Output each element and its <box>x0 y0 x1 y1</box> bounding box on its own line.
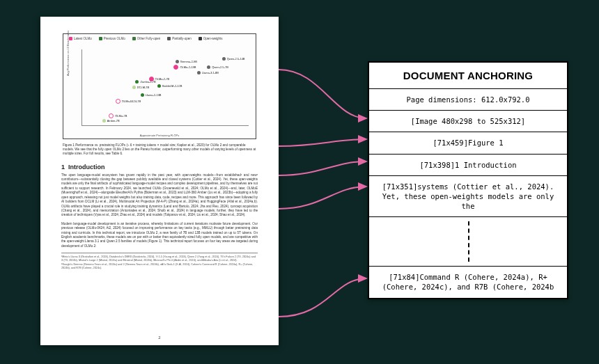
section-number: 1 <box>61 164 65 171</box>
chart-point: Gemma-2-9B <box>176 60 197 63</box>
section-title: Introduction <box>68 164 105 171</box>
figure-chart: Latest OLMo Previous OLMo Other Fully-op… <box>63 33 256 139</box>
y-axis-label: Avg Performance on 10 Benchmarks <box>66 31 70 76</box>
legend-item: Partially-open <box>167 37 192 40</box>
chart-point: Llama-2-13B <box>141 93 162 97</box>
legend-item: Previous OLMo <box>99 37 125 40</box>
footnote: ²Google's Gemma (Gemma Team et al., 2024… <box>61 263 258 270</box>
footnotes: ¹Meta's Llama 3 (Grattafiori et al., 202… <box>61 253 258 270</box>
legend-item: Latest OLMo <box>69 37 92 40</box>
x-axis-label: Approximate Pretraining FLOPs <box>63 134 256 137</box>
legend-item: Open-weights <box>199 37 223 40</box>
footnote: ¹Meta's Llama 3 (Grattafiori et al., 202… <box>61 255 258 262</box>
figure-caption: Figure 1 Performance vs. pretraining FLO… <box>63 143 256 157</box>
chart-point: Qwen-2.5-14B <box>222 57 245 61</box>
chart-point: Amber-7B <box>102 119 120 122</box>
anchor-row: Page dimensions: 612.0x792.0 <box>369 89 567 111</box>
page-number: 2 <box>40 335 279 340</box>
anchor-row: [Image 480x298 to 525x312] <box>369 111 567 132</box>
anchor-ellipsis <box>369 217 567 267</box>
legend-item: Other Fully-open <box>132 37 161 40</box>
chart-point: StableLM-2-12B <box>157 84 182 88</box>
chart-point: DCLM-7B <box>132 86 150 89</box>
body-paragraph: The open language-model ecosystem has gr… <box>61 173 258 218</box>
chart-axes: OLMo-2-13BOLMo-2-7BOLMo-0424-7BOLMo-7BLl… <box>81 49 249 126</box>
anchor-title: DOCUMENT ANCHORING <box>369 63 567 89</box>
section-heading: 1 Introduction <box>61 164 258 171</box>
chart-point: Zamba-2-7B <box>135 80 155 84</box>
chart-point: OLMo-0424-7B <box>116 99 141 104</box>
paper-page: Latest OLMo Previous OLMo Other Fully-op… <box>40 17 279 345</box>
body-paragraph: Modern language-model development is an … <box>61 222 258 249</box>
anchor-row: [71x398]1 Introduction <box>369 155 567 176</box>
anchor-row: [71x84]Command R (Cohere, 2024a), R+ (Co… <box>369 267 567 297</box>
chart-legend: Latest OLMo Previous OLMo Other Fully-op… <box>69 37 250 40</box>
anchor-row: [71x351]systems (Cottier et al., 2024). … <box>369 176 567 218</box>
anchor-row: [71x459]Figure 1 <box>369 132 567 154</box>
chart-point: Llama-3.1-8B <box>197 71 219 74</box>
chart-point: OLMo-2-13B <box>173 65 196 70</box>
chart-point: OLMo-7B <box>109 113 127 118</box>
document-anchoring-panel: DOCUMENT ANCHORING Page dimensions: 612.… <box>368 61 568 299</box>
chart-point: Qwen-2.5-7B <box>207 65 228 69</box>
